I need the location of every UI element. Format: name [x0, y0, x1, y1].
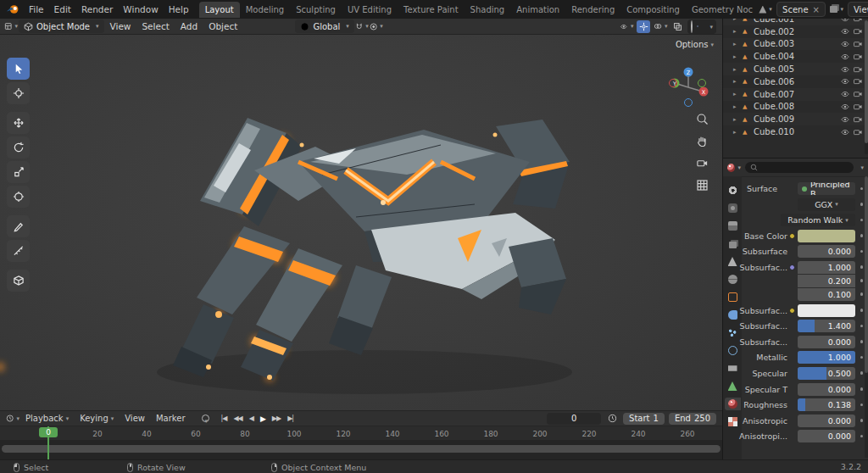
disable-render-icon[interactable]	[851, 76, 864, 86]
play-button[interactable]: ▶	[258, 413, 268, 425]
radius-z-field[interactable]: 0.100	[798, 288, 855, 301]
expand-arrow-icon[interactable]	[733, 28, 743, 35]
timeline-view-menu[interactable]: View	[120, 413, 150, 424]
decorator-dot[interactable]	[860, 309, 864, 312]
decorator-dot[interactable]	[860, 219, 864, 222]
disable-render-icon[interactable]	[851, 19, 864, 24]
decorator-dot[interactable]	[860, 419, 864, 422]
scale-tool[interactable]	[7, 161, 30, 183]
decorator-dot[interactable]	[860, 435, 864, 438]
viewlayer-browse-icon[interactable]	[830, 3, 843, 16]
object-name[interactable]: Cube.008	[754, 102, 838, 111]
scene-selector[interactable]: Scene	[776, 2, 826, 17]
transform-tool[interactable]	[7, 186, 30, 208]
disable-render-icon[interactable]	[851, 64, 864, 75]
object-name[interactable]: Cube.005	[754, 64, 838, 74]
menu-help[interactable]: Help	[164, 3, 194, 16]
decorator-dot[interactable]	[860, 403, 864, 407]
blender-logo-icon[interactable]	[6, 3, 19, 15]
rotate-tool[interactable]	[7, 136, 30, 159]
decorator-dot[interactable]	[860, 340, 864, 343]
hide-eye-icon[interactable]	[838, 26, 851, 36]
tab-render[interactable]	[725, 202, 741, 214]
menu-edit[interactable]: Edit	[49, 3, 76, 16]
surface-shader-button[interactable]: Principled B...	[798, 182, 855, 195]
properties-scrollbar[interactable]	[865, 176, 868, 458]
expand-arrow-icon[interactable]	[733, 19, 743, 22]
tab-modeling[interactable]: Modeling	[240, 2, 291, 18]
auto-keying-toggle[interactable]	[202, 415, 209, 422]
disable-render-icon[interactable]	[851, 26, 864, 36]
next-keyframe-button[interactable]: ▶▶	[270, 413, 283, 424]
timeline-track[interactable]	[0, 440, 722, 459]
pan-hand-icon[interactable]	[696, 135, 709, 150]
menu-window[interactable]: Window	[118, 3, 163, 16]
tab-layout[interactable]: Layout	[199, 2, 240, 18]
unlink-scene-icon[interactable]	[813, 5, 820, 14]
hide-eye-icon[interactable]	[838, 19, 851, 24]
expand-arrow-icon[interactable]	[733, 66, 743, 73]
subsurface-field[interactable]: 0.000	[798, 245, 855, 258]
playhead-frame-badge[interactable]: 0	[39, 427, 58, 437]
viewport-canvas[interactable]: Options	[0, 35, 722, 410]
expand-arrow-icon[interactable]	[733, 91, 743, 97]
play-reverse-button[interactable]: ◀	[247, 413, 256, 424]
distribution-dropdown[interactable]: GGX	[798, 198, 855, 211]
timeline-ruler[interactable]: 0 20 40 60 80 100 120 140 160 180 200 22…	[0, 426, 722, 440]
options-dropdown[interactable]: Options	[676, 40, 714, 49]
tab-geometry-nodes[interactable]: Geometry Noc	[686, 2, 759, 18]
decorator-dot[interactable]	[860, 356, 864, 359]
gizmo-y-label[interactable]: Y	[672, 81, 676, 87]
expand-arrow-icon[interactable]	[733, 41, 743, 47]
menu-file[interactable]: File	[24, 3, 49, 16]
show-overlays-icon[interactable]	[654, 20, 667, 33]
ortho-grid-icon[interactable]	[696, 179, 709, 194]
gizmo-x-label[interactable]: X	[702, 89, 706, 96]
radius-x-field[interactable]: 1.000	[798, 261, 855, 274]
search-input[interactable]	[761, 163, 849, 172]
show-gizmo-icon[interactable]	[637, 20, 650, 33]
select-menu[interactable]: Select	[136, 19, 174, 33]
viewlayer-selector[interactable]: ViewLayer	[848, 2, 868, 17]
decorator-dot[interactable]	[860, 371, 864, 375]
playback-menu[interactable]: Playback	[20, 413, 74, 424]
scene-browse-icon[interactable]	[759, 3, 772, 16]
disable-render-icon[interactable]	[851, 89, 864, 99]
expand-arrow-icon[interactable]	[733, 129, 743, 136]
outliner-row[interactable]: Cube.009	[723, 113, 868, 125]
decorator-dot[interactable]	[860, 265, 864, 269]
tab-sculpting[interactable]: Sculpting	[290, 2, 342, 18]
view-menu[interactable]: View	[105, 19, 136, 33]
subsurface-anisotropy-field[interactable]: 0.000	[798, 336, 855, 348]
metallic-field[interactable]: 1.000	[798, 351, 855, 364]
jump-to-start-button[interactable]: |◀	[219, 413, 230, 424]
current-frame-field[interactable]: 0	[547, 413, 601, 425]
outliner-row[interactable]: Cube.008	[723, 101, 868, 114]
shading-wireframe-icon[interactable]	[691, 21, 693, 32]
hide-eye-icon[interactable]	[838, 127, 851, 137]
outliner-row[interactable]: Cube.007	[723, 88, 868, 101]
zoom-icon[interactable]	[696, 113, 709, 128]
tab-texture-paint[interactable]: Texture Paint	[398, 2, 465, 18]
measure-tool[interactable]	[7, 240, 30, 262]
object-name[interactable]: Cube.003	[754, 39, 838, 48]
object-name[interactable]: Cube.006	[754, 77, 838, 86]
tab-animation[interactable]: Animation	[510, 2, 565, 18]
expand-arrow-icon[interactable]	[733, 53, 743, 60]
specular-tint-field[interactable]: 0.000	[798, 383, 855, 396]
hide-eye-icon[interactable]	[838, 64, 851, 75]
tab-object[interactable]	[725, 291, 741, 303]
decorator-dot[interactable]	[860, 250, 864, 253]
timeline-editor-icon[interactable]	[6, 412, 19, 425]
decorator-dot[interactable]	[860, 325, 864, 328]
keying-menu[interactable]: Keying	[75, 413, 119, 424]
outliner-scrollbar[interactable]	[865, 20, 868, 154]
properties-editor-icon[interactable]	[727, 161, 741, 174]
expand-arrow-icon[interactable]	[733, 103, 743, 110]
annotate-tool[interactable]	[7, 215, 30, 237]
hide-eye-icon[interactable]	[838, 52, 851, 62]
outliner-row[interactable]: Cube.004	[723, 50, 868, 63]
menu-render[interactable]: Render	[76, 3, 118, 16]
outliner-row[interactable]: Cube.001	[723, 19, 868, 25]
subsurface-ior-field[interactable]: 1.400	[798, 320, 855, 332]
